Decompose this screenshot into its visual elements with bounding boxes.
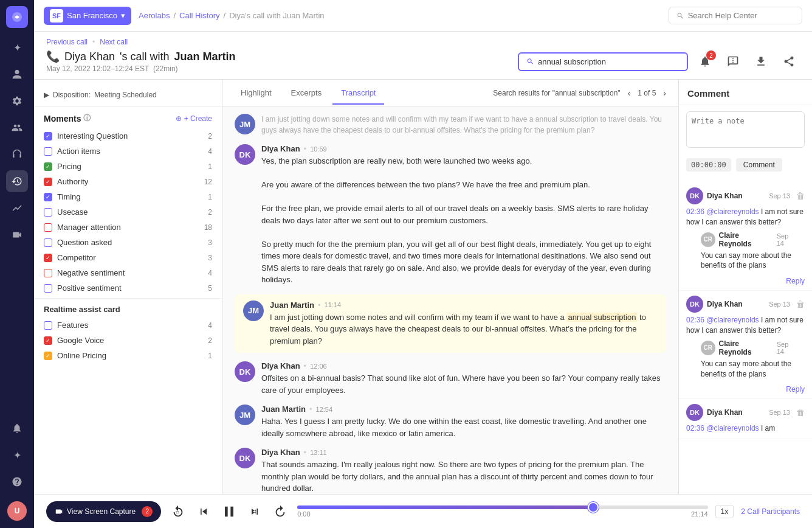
moment-usecase[interactable]: Usecase 2 [34, 204, 222, 220]
team-icon[interactable] [6, 117, 28, 139]
msg-text-dk-2: Offsites on a bi-annual basis? That soun… [261, 372, 666, 396]
user-avatar[interactable]: U [6, 500, 28, 522]
moment-manager-attention[interactable]: Manager attention 18 [34, 220, 222, 235]
skip-forward-button[interactable] [245, 502, 264, 521]
gear-icon[interactable] [6, 90, 28, 112]
logo-icon[interactable] [6, 6, 28, 28]
comment-time-badge: 00:00:00 [686, 158, 731, 172]
moment-count-ai: 4 [208, 147, 212, 156]
comment-user-row-1: DK Diya Khan Sep 13 🗑 [686, 187, 805, 204]
skip-back-button[interactable] [194, 502, 213, 521]
speed-button[interactable]: 1x [715, 505, 734, 518]
svg-text:15: 15 [176, 510, 179, 513]
org-initials: SF [50, 9, 63, 23]
sparkle-icon[interactable]: ✦ [6, 36, 28, 58]
disposition-bar: ▶ Disposition: Meeting Scheduled [34, 87, 222, 107]
create-moment-button[interactable]: ⊕ + Create [176, 114, 212, 123]
search-prev-button[interactable]: ‹ [625, 87, 633, 99]
search-icon [676, 12, 684, 20]
org-selector[interactable]: SF San Francisco ▾ [44, 7, 131, 25]
reply-body-2: You can say more about the benefits of t… [701, 359, 797, 380]
moment-positive-sentiment[interactable]: Positive sentiment 5 [34, 280, 222, 296]
msg-time-jm-3: 12:54 [316, 406, 333, 413]
moment-pricing[interactable]: ✓ Pricing 1 [34, 159, 222, 174]
comment-link-3[interactable]: 02:36 [686, 424, 704, 432]
search-main-input[interactable] [538, 57, 680, 66]
next-call-link[interactable]: Next call [100, 38, 128, 46]
sparkle2-icon[interactable]: ✦ [6, 444, 28, 466]
moment-label-qa: Question asked [57, 238, 112, 247]
msg-content-jm-2: Juan Martin • 11:14 I am just jotting do… [270, 300, 658, 347]
chevron-down-icon: ▾ [121, 11, 125, 20]
comment-mention-2: @clairereynolds [706, 316, 759, 324]
avatar-jm-2: JM [243, 300, 264, 321]
reply-avatar-1: CR [701, 232, 715, 247]
tab-transcript[interactable]: Transcript [332, 82, 384, 105]
comment-delete-1[interactable]: 🗑 [796, 191, 805, 201]
moment-authority[interactable]: ✓ Authority 12 [34, 174, 222, 189]
moment-action-items[interactable]: Action items 4 [34, 144, 222, 159]
message-dk-3: DK Diya Khan • 13:11 That sounds amazing… [235, 448, 666, 494]
add-comment-button[interactable] [722, 50, 744, 72]
moment-interesting-question[interactable]: ✓ Interesting Question 2 [34, 128, 222, 144]
person-icon[interactable] [6, 63, 28, 85]
moment-online-pricing[interactable]: ✓ Online Pricing 1 [34, 348, 222, 363]
comment-link-1[interactable]: 02:36 [686, 207, 704, 216]
help-icon[interactable] [6, 471, 28, 493]
prev-call-link[interactable]: Previous call [46, 38, 88, 46]
comment-mention-1: @clairereynolds [706, 207, 759, 216]
moment-count-op: 1 [208, 352, 212, 360]
comment-delete-2[interactable]: 🗑 [796, 299, 805, 309]
moment-question-asked[interactable]: Question asked 3 [34, 235, 222, 250]
progress-bar[interactable] [297, 505, 707, 509]
search-result-bar: Search results for "annual subscription"… [493, 87, 669, 99]
moment-competitor[interactable]: ✓ Competitor 3 [34, 250, 222, 265]
comment-submit-button[interactable]: Comment [736, 158, 782, 172]
reply-button-2[interactable]: Reply [686, 385, 805, 394]
msg-content-jm-3: Juan Martin • 12:54 Haha. Yes I guess I … [261, 405, 666, 439]
search-help-container [669, 7, 802, 24]
moment-negative-sentiment[interactable]: Negative sentiment 4 [34, 265, 222, 280]
moment-timing[interactable]: ✓ Timing 1 [34, 189, 222, 204]
tab-highlight[interactable]: Highlight [232, 82, 280, 105]
msg-content-jm-top: I am just jotting down some notes and wi… [261, 114, 666, 136]
sidebar: ✦ ✦ U [0, 0, 34, 528]
share-button[interactable] [778, 50, 800, 72]
reply-button-1[interactable]: Reply [686, 277, 805, 285]
msg-time-dk-3: 13:11 [310, 449, 327, 456]
reply-date-2: Sep 14 [777, 341, 797, 355]
comment-link-2[interactable]: 02:36 [686, 316, 704, 324]
disposition-value: Meeting Scheduled [94, 91, 157, 99]
headset-icon[interactable] [6, 144, 28, 165]
capture-label: View Screen Capture [67, 507, 136, 516]
moment-count-uc: 2 [208, 208, 212, 217]
moment-checkbox-iq: ✓ [44, 132, 52, 141]
history-icon[interactable] [6, 170, 28, 192]
rewind15-button[interactable]: 15 [168, 502, 188, 521]
tab-excerpts[interactable]: Excerpts [283, 82, 331, 105]
download-button[interactable] [750, 50, 772, 72]
breadcrumb-section[interactable]: Call History [179, 11, 219, 20]
progress-handle[interactable] [589, 503, 597, 512]
forward15-button[interactable] [270, 502, 290, 521]
capture-button[interactable]: View Screen Capture 2 [46, 501, 161, 522]
message-jm-top: JM I am just jotting down some notes and… [235, 114, 666, 136]
comment-delete-3[interactable]: 🗑 [796, 408, 805, 417]
pause-button[interactable] [219, 502, 239, 521]
search-next-button[interactable]: › [661, 87, 669, 99]
search-help-input[interactable] [688, 11, 794, 20]
participants-button[interactable]: 2 Call Participants [741, 507, 800, 516]
notifications-button[interactable]: 2 [694, 50, 716, 72]
comment-entry-2: DK Diya Khan Sep 13 🗑 02:36 @clairereyno… [679, 291, 812, 399]
moment-label-fe: Features [57, 321, 88, 330]
avatar-dk-2: DK [235, 361, 255, 382]
bell-icon[interactable] [6, 417, 28, 439]
chart-icon[interactable] [6, 197, 28, 219]
moment-features[interactable]: Features 4 [34, 318, 222, 333]
moment-google-voice[interactable]: ✓ Google Voice 2 [34, 333, 222, 348]
comment-body-1: 02:36 @clairereynolds I am not sure how … [686, 207, 805, 228]
comment-textarea[interactable] [686, 111, 805, 148]
breadcrumb-company[interactable]: Aerolabs [139, 11, 170, 20]
video-icon[interactable] [6, 224, 28, 246]
moment-checkbox-fe [44, 321, 52, 330]
